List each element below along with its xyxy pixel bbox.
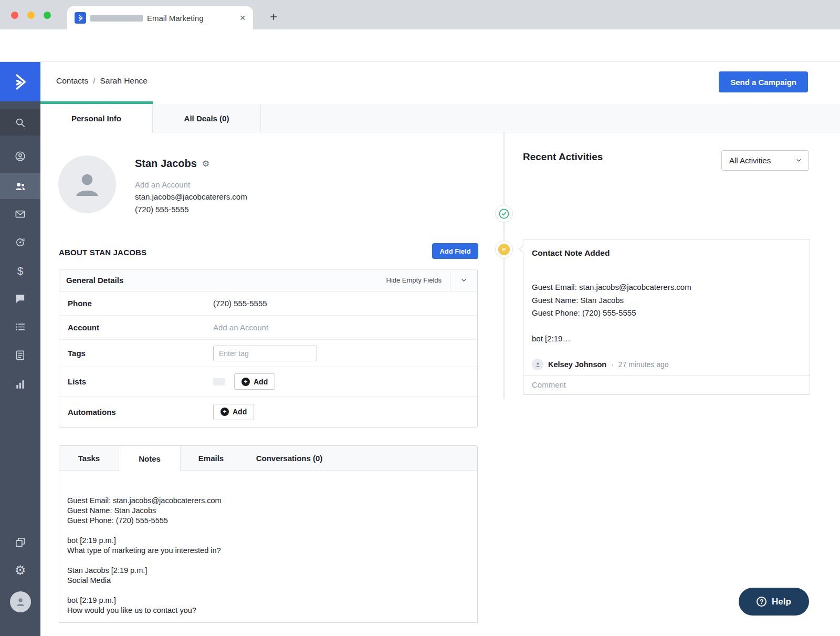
user-avatar (10, 591, 31, 612)
sidebar-item-conversations[interactable] (0, 285, 40, 311)
contact-name-row: Stan Jacobs ⚙ (135, 158, 209, 170)
sidebar-item-contacts-support[interactable] (0, 143, 40, 169)
collapse-card-button[interactable] (450, 269, 477, 291)
filter-selected-value: All Activities (729, 156, 795, 165)
tab-conversations[interactable]: Conversations (0) (242, 446, 337, 471)
browser-tab-strip: Email Marketing ✕ + (0, 0, 840, 29)
comment-input[interactable]: Comment (523, 375, 810, 394)
question-mark-icon: ? (757, 597, 766, 607)
recent-activities-title: Recent Activities (523, 151, 603, 163)
sidebar-item-contacts[interactable] (0, 173, 40, 199)
field-label: Tags (68, 349, 213, 358)
sidebar-item-settings[interactable]: ⚙ (0, 557, 40, 583)
activity-card-title: Contact Note Added (523, 239, 810, 258)
person-icon (15, 596, 26, 608)
add-automation-button[interactable]: + Add (213, 404, 254, 420)
chevron-down-icon (460, 276, 468, 284)
field-value-phone: (720) 555-5555 (213, 299, 267, 308)
browser-nav-bar: .activehosted.com/app/contacts/3?lowerDo… (0, 29, 840, 62)
note-text: Guest Email: stan.jacobs@jacobcaterers.c… (59, 471, 477, 616)
sidebar-item-lists[interactable] (0, 314, 40, 340)
window-zoom-button[interactable] (44, 12, 51, 19)
search-icon (14, 117, 26, 129)
sidebar-item-deals[interactable]: $ (0, 257, 40, 284)
lists-dropdown-stub[interactable] (213, 378, 225, 385)
chat-bubble-icon (14, 293, 26, 305)
field-row-lists: Lists + Add (59, 367, 477, 397)
tab-all-deals[interactable]: All Deals (0) (153, 104, 261, 132)
general-details-title: General Details (59, 276, 386, 285)
tab-title: Email Marketing (147, 14, 235, 23)
breadcrumb-separator: / (93, 76, 95, 86)
field-label: Account (68, 323, 213, 332)
field-row-phone: Phone (720) 555-5555 (59, 291, 477, 316)
activity-note-icon (495, 241, 513, 258)
sidebar-item-reports[interactable] (0, 371, 40, 397)
list-icon (14, 321, 26, 333)
activecampaign-logo[interactable] (0, 62, 40, 101)
add-automation-label: Add (233, 408, 247, 416)
add-list-button[interactable]: + Add (234, 373, 275, 390)
tab-notes[interactable]: Notes (119, 446, 181, 471)
activity-check-icon (495, 205, 513, 223)
sidebar-item-search[interactable] (0, 109, 40, 135)
chevron-down-icon (795, 157, 802, 164)
tab-tasks[interactable]: Tasks (59, 446, 119, 471)
tag-input[interactable] (213, 346, 317, 361)
contact-phone: (720) 555-5555 (135, 205, 189, 214)
gear-icon: ⚙ (15, 564, 26, 577)
sidebar-item-forms[interactable] (0, 342, 40, 368)
about-section-title: ABOUT STAN JACOBS (59, 248, 146, 257)
bar-chart-icon (14, 378, 26, 390)
field-row-tags: Tags (59, 340, 477, 367)
add-account-link[interactable]: Add an Account (135, 180, 190, 189)
breadcrumb: Contacts / Sarah Hence (56, 76, 148, 86)
people-icon (14, 180, 26, 192)
person-icon (534, 361, 541, 368)
sidebar-item-apps[interactable] (0, 529, 40, 555)
breadcrumb-contacts[interactable]: Contacts (56, 76, 88, 86)
document-icon (14, 349, 26, 361)
sidebar-item-automations[interactable] (0, 229, 40, 255)
add-list-label: Add (254, 378, 268, 386)
activity-author-row: Kelsey Johnson · 27 minutes ago (532, 359, 801, 370)
sidebar-item-campaigns[interactable] (0, 201, 40, 227)
tab-personal-info[interactable]: Personal Info (40, 104, 153, 133)
windows-icon (14, 536, 26, 548)
plus-icon: + (242, 378, 250, 386)
author-name: Kelsey Johnson (548, 360, 606, 369)
general-details-header: General Details Hide Empty Fields (59, 269, 477, 291)
activities-filter-dropdown[interactable]: All Activities (721, 150, 809, 171)
activity-timestamp: 27 minutes ago (618, 360, 669, 369)
field-label: Lists (68, 377, 213, 386)
notes-panel: Tasks Notes Emails Conversations (0) Gue… (59, 445, 478, 623)
note-icon (498, 244, 510, 255)
app-sidebar: $ ⚙ (0, 101, 40, 636)
person-icon (71, 168, 103, 201)
window-minimize-button[interactable] (27, 12, 35, 19)
contact-avatar (58, 155, 116, 213)
activity-card: Contact Note Added Guest Email: stan.jac… (523, 239, 810, 395)
plus-icon: + (220, 408, 229, 416)
add-field-button[interactable]: Add Field (432, 243, 478, 259)
tab-close-icon[interactable]: ✕ (239, 14, 246, 22)
window-close-button[interactable] (11, 12, 18, 19)
contact-settings-gear-icon[interactable]: ⚙ (202, 159, 209, 169)
activecampaign-favicon (75, 12, 86, 24)
send-campaign-button[interactable]: Send a Campaign (719, 71, 808, 92)
help-label: Help (772, 597, 791, 607)
time-separator: · (611, 360, 614, 369)
new-tab-button[interactable]: + (266, 9, 281, 25)
automation-icon (14, 236, 26, 248)
active-tab-indicator (40, 101, 153, 104)
notes-tab-bar: Tasks Notes Emails Conversations (0) (59, 446, 477, 471)
dollar-icon: $ (17, 265, 24, 276)
sidebar-item-profile[interactable] (0, 587, 40, 617)
hide-empty-fields-toggle[interactable]: Hide Empty Fields (386, 276, 450, 284)
browser-tab[interactable]: Email Marketing ✕ (67, 6, 253, 29)
tab-emails[interactable]: Emails (181, 446, 242, 471)
help-button[interactable]: ? Help (739, 588, 809, 616)
field-value-account-placeholder[interactable]: Add an Account (213, 323, 268, 332)
screen: Email Marketing ✕ + .activehosted.com/ap… (0, 0, 840, 636)
activity-timeline-line (503, 132, 505, 399)
